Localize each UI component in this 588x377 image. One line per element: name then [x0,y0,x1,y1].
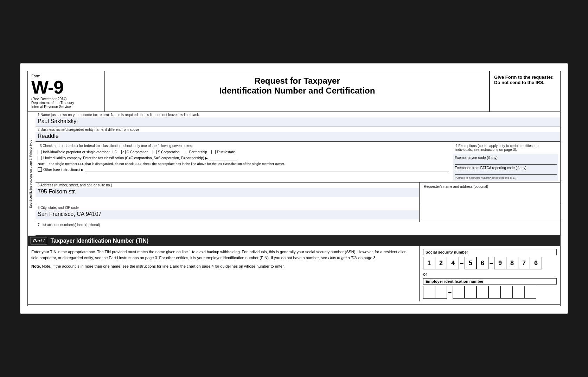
part1-note: Note. Note. If the account is in more th… [31,263,416,269]
requester-addr-value [420,205,560,222]
or-text: or [423,271,557,277]
addr-row5: 5 Address (number, street, and apt. or s… [36,183,560,205]
header-center: Request for Taxpayer Identification Numb… [105,71,490,111]
field1-value[interactable]: Paul Sakhatskyi [36,117,560,127]
partnership-checkbox[interactable] [184,150,188,154]
ccorp-checkbox[interactable]: ✓ [121,150,126,154]
ssn-digit-4[interactable]: 5 [465,257,477,269]
field7-row: 7 List account number(s) here (optional) [36,222,560,236]
form-number: W-9 [31,77,63,97]
part1-label: Part I [31,237,47,244]
ein-digit-2[interactable] [435,286,447,299]
scorp-checkbox-item[interactable]: S Corporation [153,150,180,154]
form-rev: (Rev. December 2014) Department of the T… [31,97,101,109]
requester-addr-input[interactable] [422,206,558,221]
applies-note: (Applies to accounts maintained outside … [455,176,557,179]
bottom-line [28,304,560,306]
field5-label: 5 Address (number, street, and apt. or s… [36,183,419,188]
partnership-checkbox-item[interactable]: Partnership [184,150,207,154]
note-text: Note. For a single-member LLC that is di… [38,162,449,166]
form-fields: 1 Name (as shown on your income tax retu… [36,112,560,236]
field5-section: 5 Address (number, street, and apt. or s… [36,183,420,205]
ein-boxes: – [423,286,557,299]
form-title: Request for Taxpayer Identification Numb… [112,76,482,96]
part1-header: Part I Taxpayer Identification Number (T… [28,236,560,246]
header-right: Give Form to the requester. Do not send … [490,71,560,111]
ein-digit-9[interactable] [524,286,536,299]
requester-value[interactable] [422,189,558,203]
field2-value[interactable]: Readdle [36,132,560,141]
llc-input[interactable] [209,155,237,160]
sidebar-rotated-label: See Specific Instructions on page 2. Pri… [28,112,36,236]
other-checkbox[interactable] [38,167,42,172]
ssn-digit-5[interactable]: 6 [477,257,488,269]
ein-dash: – [447,289,453,296]
exempt-payee-input[interactable] [455,160,557,165]
dept-line2: Internal Revenue Service [31,105,101,109]
ein-digit-5[interactable] [477,286,488,299]
other-input[interactable] [85,167,449,172]
individual-checkbox[interactable] [38,150,42,154]
ssn-digit-1[interactable]: 1 [423,257,435,269]
form-w9: Form W-9 (Rev. December 2014) Department… [27,71,561,306]
requester-section: Requester's name and address (optional) [420,183,560,205]
field2-row: 2 Business name/disregarded entity name,… [36,127,560,142]
field4-section: 4 Exemptions (codes apply only to certai… [451,142,560,182]
form-header: Form W-9 (Rev. December 2014) Department… [28,71,560,112]
field6-label: 6 City, state, and ZIP code [36,205,419,210]
ssn-digit-8[interactable]: 7 [518,257,530,269]
ein-digit-1[interactable] [423,286,435,299]
part1-description: Enter your TIN in the appropriate box. T… [31,249,416,261]
llc-row: Limited liability company. Enter the tax… [38,155,449,160]
field7-label: 7 List account number(s) here (optional) [36,222,560,228]
form-body: See Specific Instructions on page 2. Pri… [28,112,560,236]
ssn-boxes: 1 2 4 – 5 6 – 9 8 7 6 [423,257,557,269]
tax-classification-checkboxes: Individual/sole proprietor or single-mem… [38,150,449,154]
fatca-label: Exemption from FATCA reporting code (if … [455,166,557,175]
trust-checkbox[interactable] [211,150,216,154]
other-row: Other (see instructions) ▶ [38,167,449,172]
ssn-digit-7[interactable]: 8 [506,257,518,269]
field3-label: 3 Check appropriate box for federal tax … [38,143,449,148]
row3-left: 3 Check appropriate box for federal tax … [36,142,451,182]
ein-digit-7[interactable] [500,286,512,299]
field5-value[interactable]: 795 Folsom str. [36,188,419,197]
ssn-dash-2: – [488,260,494,267]
fatca-input[interactable] [455,170,557,175]
page-wrapper: Form W-9 (Rev. December 2014) Department… [20,63,568,314]
exempt-payee-label: Exempt payee code (if any) [455,156,557,165]
trust-checkbox-item[interactable]: Trust/estate [211,150,235,154]
ccorp-checkbox-item[interactable]: ✓ C Corporation [121,150,148,154]
ein-digit-8[interactable] [512,286,524,299]
ssn-label: Social security number [423,249,557,255]
ssn-dash-1: – [459,260,465,267]
ein-digit-6[interactable] [488,286,500,299]
field6-section: 6 City, state, and ZIP code San Francisc… [36,205,420,222]
addr-row6: 6 City, state, and ZIP code San Francisc… [36,205,560,222]
individual-checkbox-item[interactable]: Individual/sole proprietor or single-mem… [38,150,117,154]
ssn-digit-3[interactable]: 4 [447,257,459,269]
scorp-checkbox[interactable] [153,150,157,154]
dept-line1: Department of the Treasury [31,101,101,105]
part1-text-section: Enter your TIN in the appropriate box. T… [28,246,420,301]
part1-tin-section: Social security number 1 2 4 – 5 6 – 9 8… [420,246,560,301]
row3-wrap: 3 Check appropriate box for federal tax … [36,142,560,183]
field7-value[interactable] [36,228,560,235]
requester-label: Requester's name and address (optional) [422,184,558,189]
ssn-digit-2[interactable]: 2 [435,257,447,269]
ein-label: Employer identification number [423,278,557,285]
field4-label: 4 Exemptions (codes apply only to certai… [453,143,558,152]
part1-title: Taxpayer Identification Number (TIN) [51,238,149,244]
field2-label: 2 Business name/disregarded entity name,… [36,127,560,132]
ssn-digit-9[interactable]: 6 [530,257,542,269]
part1-body: Enter your TIN in the appropriate box. T… [28,246,560,301]
field6-value[interactable]: San Francisco, CA 94107 [36,210,419,219]
ein-digit-4[interactable] [465,286,477,299]
ssn-digit-6[interactable]: 9 [494,257,506,269]
ein-digit-3[interactable] [453,286,465,299]
field1-row: 1 Name (as shown on your income tax retu… [36,112,560,127]
llc-checkbox[interactable] [38,156,42,160]
field1-label: 1 Name (as shown on your income tax retu… [36,112,560,117]
form-rev-line1: (Rev. December 2014) [31,97,101,101]
header-left: Form W-9 (Rev. December 2014) Department… [28,71,105,111]
